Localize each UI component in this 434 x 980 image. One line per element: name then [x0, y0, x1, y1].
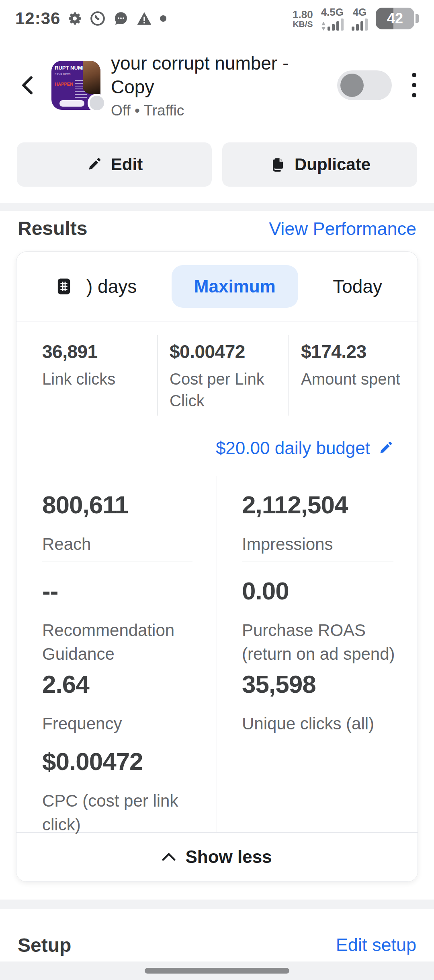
tab-today[interactable]: Today — [333, 276, 382, 297]
chevron-up-icon — [162, 852, 176, 862]
more-options-button[interactable] — [409, 70, 419, 100]
data-arrows-icon — [321, 22, 326, 31]
section-divider — [0, 203, 434, 211]
daily-budget-row[interactable]: $20.00 daily budget — [16, 428, 418, 476]
stat-cost-per-link-click: $0.00472 Cost per Link Click — [157, 335, 289, 416]
ad-thumbnail-red-text: HAPPEN — [55, 82, 73, 86]
settings-gear-icon — [67, 10, 83, 27]
signal-bars-icon — [328, 19, 344, 31]
results-title: Results — [18, 217, 87, 239]
metric-empty-cell — [217, 733, 418, 832]
duplicate-button[interactable]: Duplicate — [222, 142, 417, 187]
tab-days-label: ) days — [86, 276, 137, 297]
battery-icon: 42 — [376, 8, 414, 29]
action-buttons: Edit Duplicate — [0, 127, 434, 203]
metric-unique-clicks: 35,598 Unique clicks (all) — [217, 655, 418, 733]
metrics-grid: 800,611 Reach -- Recommendation Guidance… — [16, 476, 418, 832]
page-title: your corrupt number - Copy — [111, 51, 324, 99]
notification-dot-icon — [159, 14, 167, 23]
ad-thumbnail-cta — [59, 100, 84, 107]
tab-days[interactable]: ) days — [53, 276, 137, 297]
date-range-tabs: ) days Maximum Today — [16, 252, 418, 321]
setup-title: Setup — [18, 934, 71, 956]
section-divider — [0, 900, 434, 909]
duplicate-copy-icon — [269, 156, 286, 173]
network-speed: 1.80 KB/S — [293, 9, 313, 28]
metric-cpc: $0.00472 CPC (cost per link click) — [16, 733, 217, 832]
ad-thumbnail-subline: r trus down — [55, 72, 71, 76]
home-indicator-handle[interactable] — [145, 968, 289, 974]
metric-purchase-roas: 0.00 Purchase ROAS (return on ad spend) — [217, 562, 418, 655]
daily-budget-label: $20.00 daily budget — [216, 438, 370, 458]
metric-reach: 800,611 Reach — [16, 476, 217, 562]
show-less-button[interactable]: Show less — [16, 832, 418, 881]
signal-bars-icon — [352, 19, 368, 31]
chevron-left-icon — [19, 75, 37, 96]
signal-sim2: 4G — [352, 7, 368, 31]
view-performance-link[interactable]: View Performance — [269, 218, 416, 239]
ad-thumbnail-photo — [83, 61, 100, 94]
campaign-header: RUPT NUMBER r trus down HAPPEN your corr… — [0, 37, 434, 127]
whatsapp-icon — [89, 10, 106, 27]
warning-triangle-icon — [136, 10, 153, 27]
calendar-grid-icon — [53, 276, 74, 297]
ad-thumbnail: RUPT NUMBER r trus down HAPPEN — [51, 61, 100, 110]
duplicate-button-label: Duplicate — [295, 155, 371, 174]
metric-impressions: 2,112,504 Impressions — [217, 476, 418, 562]
system-navigation-bar — [0, 961, 434, 980]
summary-stats-row: 36,891 Link clicks $0.00472 Cost per Lin… — [16, 321, 418, 428]
messenger-bubble-icon — [113, 10, 129, 27]
edit-button-label: Edit — [111, 155, 143, 174]
back-button[interactable] — [12, 75, 44, 96]
metric-recommendation-guidance: -- Recommendation Guidance — [16, 562, 217, 655]
campaign-status: Off • Traffic — [111, 102, 324, 119]
metric-frequency: 2.64 Frequency — [16, 655, 217, 733]
results-header: Results View Performance — [0, 211, 434, 249]
edit-setup-link[interactable]: Edit setup — [336, 935, 416, 955]
results-card: ) days Maximum Today 36,891 Link clicks … — [16, 251, 418, 882]
show-less-label: Show less — [185, 847, 272, 867]
campaign-detail-screen: 12:36 1.80 KB/S 4.5G — [0, 0, 434, 980]
stat-link-clicks: 36,891 Link clicks — [16, 335, 157, 416]
tab-maximum-selected[interactable]: Maximum — [172, 265, 298, 308]
spacer — [0, 882, 434, 900]
campaign-toggle[interactable] — [337, 70, 392, 100]
status-bar: 12:36 1.80 KB/S 4.5G — [0, 0, 434, 37]
edit-button[interactable]: Edit — [17, 142, 212, 187]
stat-amount-spent: $174.23 Amount spent — [289, 335, 418, 416]
clock: 12:36 — [15, 9, 60, 28]
signal-sim1: 4.5G — [321, 7, 344, 31]
edit-budget-pencil-icon[interactable] — [377, 440, 393, 456]
off-status-dot — [88, 94, 106, 112]
toggle-knob — [340, 74, 364, 97]
battery-percent: 42 — [376, 8, 414, 29]
pencil-icon — [86, 156, 102, 173]
